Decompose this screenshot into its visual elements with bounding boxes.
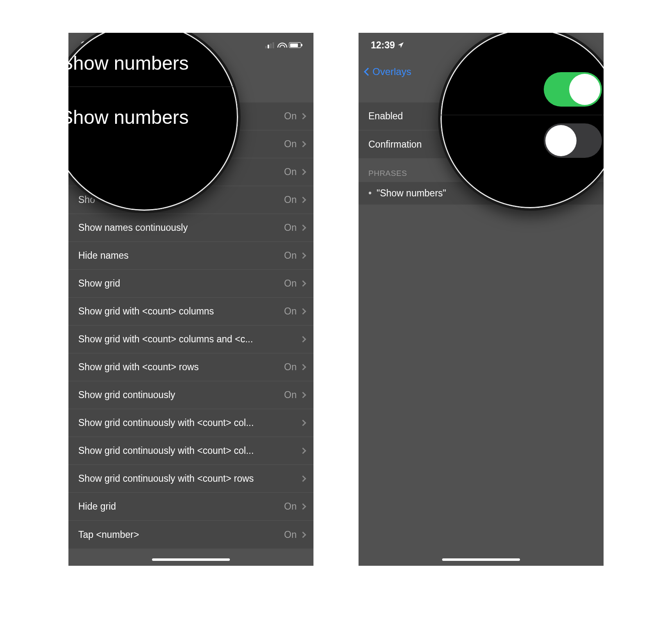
list-item[interactable]: Show grid continuously with <count> col.… [68,409,313,437]
list-item[interactable]: Show grid continuously with <count> rows [68,465,313,493]
list-item[interactable]: Show grid with <count> columnsOn [68,298,313,326]
status-time: 12:39 [371,40,395,51]
list-item[interactable]: Show grid with <count> columns and <c... [68,326,313,353]
chevron-right-icon [300,197,306,203]
chevron-right-icon [300,253,306,259]
cellular-icon [265,42,274,48]
chevron-right-icon [300,336,306,343]
list-item[interactable]: Show grid continuouslyOn [68,381,313,409]
chevron-left-icon [364,68,372,76]
chevron-right-icon [300,476,306,482]
location-icon [397,40,404,51]
phone-left-overlays-list: 12: On On On ShoOn Show names continuous… [68,33,313,566]
list-item[interactable]: Hide gridOn [68,493,313,521]
chevron-right-icon [300,392,306,398]
chevron-right-icon [300,113,306,120]
home-indicator[interactable] [152,558,230,561]
list-item[interactable]: Hide namesOn [68,242,313,270]
chevron-right-icon [300,420,306,426]
chevron-right-icon [300,364,306,371]
phone-right-command-detail: 12:39 Overlays S Enabled Confirmation PH… [359,33,604,566]
home-indicator[interactable] [442,558,520,561]
mag-line-show-numbers: Show numbers [68,87,238,141]
confirmation-toggle[interactable] [544,123,602,158]
list-item[interactable]: Show grid with <count> rowsOn [68,353,313,381]
chevron-right-icon [300,169,306,175]
chevron-right-icon [300,308,306,315]
list-item[interactable]: Tap <number>On [68,521,313,549]
list-item[interactable]: Show grid continuously with <count> col.… [68,437,313,465]
battery-icon [289,42,301,48]
chevron-right-icon [300,531,306,538]
wifi-icon [277,42,286,48]
enabled-toggle[interactable] [544,72,602,107]
chevron-right-icon [300,448,306,454]
list-item[interactable]: Show gridOn [68,270,313,298]
back-button-overlays[interactable]: Overlays [365,66,411,77]
chevron-right-icon [300,503,306,510]
chevron-right-icon [300,225,306,231]
chevron-right-icon [300,141,306,148]
chevron-right-icon [300,280,306,287]
list-item[interactable]: Show names continuouslyOn [68,214,313,242]
